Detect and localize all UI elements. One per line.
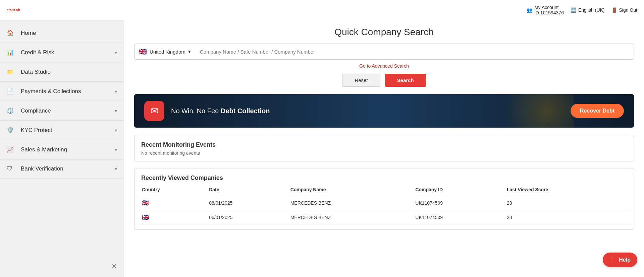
search-input[interactable] [195, 49, 634, 55]
signout-icon: 🚪 [611, 7, 617, 13]
svg-text:credit: credit [7, 8, 15, 12]
chevron-down-icon: ▾ [115, 147, 117, 152]
page-title: Quick Company Search [134, 27, 634, 38]
data-icon: 📁 [7, 68, 16, 75]
kyc-icon: 🛡️ [7, 127, 16, 134]
sidebar-item-credit-risk[interactable]: 📊 Credit & Risk ▾ [0, 43, 124, 62]
layout: 🏠 Home 📊 Credit & Risk ▾ 📁 Data Studio 📄… [0, 20, 644, 277]
sidebar-nav: 🏠 Home 📊 Credit & Risk ▾ 📁 Data Studio 📄… [0, 20, 124, 277]
chevron-down-icon: ▾ [115, 50, 117, 55]
row-date: 06/01/2025 [205, 196, 286, 210]
sidebar: 🏠 Home 📊 Credit & Risk ▾ 📁 Data Studio 📄… [0, 20, 124, 277]
row-flag: 🇬🇧 [138, 210, 205, 225]
col-score: Last Viewed Score [503, 184, 630, 196]
sidebar-item-sales-marketing[interactable]: 📈 Sales & Marketing ▾ [0, 140, 124, 159]
row-company-name: MERCEDES BENZ [286, 210, 412, 225]
topbar: credit safe 👥 My Account ID:101594376 🔤 … [0, 0, 644, 20]
chevron-down-icon: ▾ [115, 108, 117, 114]
advanced-search-link-container: Go to Advanced Search [134, 63, 634, 69]
sidebar-item-compliance[interactable]: ⚖️ Compliance ▾ [0, 101, 124, 121]
recently-viewed-table-container: Country Date Company Name Company ID Las… [135, 184, 634, 229]
chevron-down-icon: ▾ [115, 89, 117, 94]
my-account-button[interactable]: 👥 My Account ID:101594376 [527, 5, 564, 15]
topbar-right: 👥 My Account ID:101594376 🔤 English (UK)… [527, 5, 637, 15]
bank-icon: 🛡 [7, 165, 16, 172]
row-company-id: UK11074509 [411, 196, 503, 210]
language-selector[interactable]: 🔤 English (UK) [571, 7, 605, 13]
row-score: 23 [503, 196, 630, 210]
payments-icon: 📄 [7, 88, 16, 95]
main-content: Quick Company Search 🇬🇧 United Kingdom ▾… [124, 20, 644, 277]
banner-text: No Win, No Fee Debt Collection [171, 107, 270, 115]
table-header: Country Date Company Name Company ID Las… [138, 184, 630, 196]
row-flag: 🇬🇧 [138, 196, 205, 210]
recently-viewed-section: Recently Viewed Companies Country Date C… [134, 168, 634, 230]
compliance-icon: ⚖️ [7, 107, 16, 114]
sidebar-item-bank-verification[interactable]: 🛡 Bank Verification ▾ [0, 159, 124, 179]
uk-flag-icon: 🇬🇧 [139, 48, 147, 56]
signout-label: Sign Out [619, 7, 637, 13]
chevron-down-icon: ▾ [115, 166, 117, 171]
country-label: United Kingdom [150, 49, 185, 55]
search-buttons: Reset Search [134, 74, 634, 87]
language-icon: 🔤 [571, 7, 576, 13]
sidebar-item-kyc-protect[interactable]: 🛡️ KYC Protect ▾ [0, 121, 124, 140]
country-chevron-icon: ▾ [188, 49, 191, 55]
recently-viewed-table: Country Date Company Name Company ID Las… [138, 184, 630, 225]
country-selector[interactable]: 🇬🇧 United Kingdom ▾ [135, 44, 195, 59]
recover-debt-button[interactable]: Recover Debt [571, 104, 624, 118]
help-label: Help [619, 257, 631, 263]
search-box: 🇬🇧 United Kingdom ▾ [134, 44, 634, 60]
monitoring-empty: No recent monitoring events [135, 150, 634, 161]
help-button[interactable]: ❓ Help [603, 253, 637, 267]
search-button[interactable]: Search [385, 74, 426, 87]
table-row[interactable]: 🇬🇧 06/01/2025 MERCEDES BENZ UK11074509 2… [138, 196, 630, 210]
account-label: My Account ID:101594376 [534, 5, 564, 15]
logo: credit safe [7, 5, 20, 15]
debt-collection-banner: ✉ No Win, No Fee Debt Collection Recover… [134, 94, 634, 128]
row-company-id: UK11074509 [411, 210, 503, 225]
help-icon: ❓ [609, 257, 616, 263]
credit-icon: 📊 [7, 49, 16, 56]
col-company-id: Company ID [411, 184, 503, 196]
language-label: English (UK) [578, 7, 605, 13]
envelope-icon: ✉ [144, 101, 164, 121]
row-score: 23 [503, 210, 630, 225]
sidebar-item-payments-collections[interactable]: 📄 Payments & Collections ▾ [0, 82, 124, 101]
table-row[interactable]: 🇬🇧 06/01/2025 MERCEDES BENZ UK11074509 2… [138, 210, 630, 225]
monitoring-events-section: Recent Monitoring Events No recent monit… [134, 135, 634, 161]
sales-icon: 📈 [7, 146, 16, 153]
sidebar-item-data-studio[interactable]: 📁 Data Studio [0, 62, 124, 82]
banner-coins-decoration [506, 94, 574, 128]
signout-button[interactable]: 🚪 Sign Out [611, 7, 637, 13]
col-company-name: Company Name [286, 184, 412, 196]
sidebar-close-button[interactable]: ✕ [111, 262, 117, 270]
col-country: Country [138, 184, 205, 196]
account-icon: 👥 [527, 7, 532, 13]
table-body: 🇬🇧 06/01/2025 MERCEDES BENZ UK11074509 2… [138, 196, 630, 225]
col-date: Date [205, 184, 286, 196]
reset-button[interactable]: Reset [342, 74, 380, 87]
row-date: 06/01/2025 [205, 210, 286, 225]
sidebar-item-home[interactable]: 🏠 Home [0, 23, 124, 43]
svg-text:safe: safe [15, 8, 20, 12]
banner-left: ✉ No Win, No Fee Debt Collection [144, 101, 270, 121]
row-company-name: MERCEDES BENZ [286, 196, 412, 210]
monitoring-title: Recent Monitoring Events [135, 135, 634, 150]
advanced-search-link[interactable]: Go to Advanced Search [359, 63, 409, 69]
chevron-down-icon: ▾ [115, 128, 117, 133]
home-icon: 🏠 [7, 29, 16, 37]
recently-viewed-title: Recently Viewed Companies [135, 168, 634, 184]
